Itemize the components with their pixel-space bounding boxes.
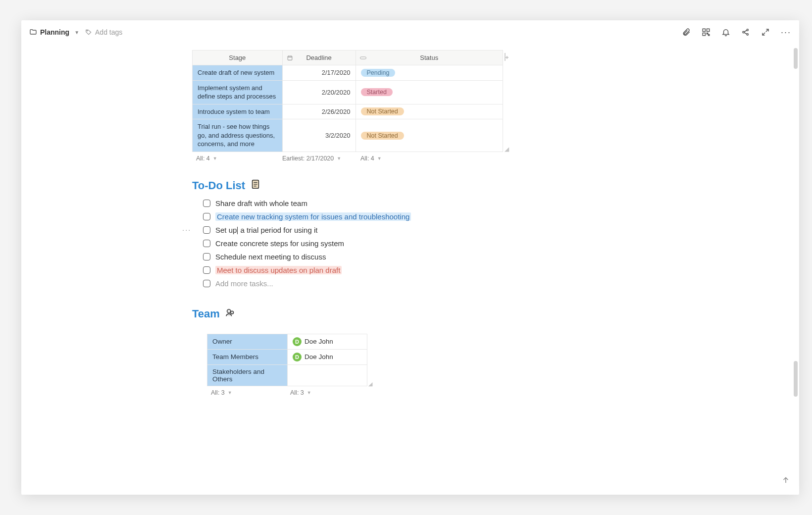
summary-deadline[interactable]: Earliest: 2/17/2020▼ — [282, 155, 355, 162]
table-resize-handle[interactable]: ◢ — [368, 381, 372, 387]
svg-rect-2 — [707, 29, 709, 31]
add-tags-button[interactable]: Add tags — [85, 28, 122, 36]
vertical-scrollbar[interactable] — [794, 44, 798, 482]
expand-icon[interactable] — [761, 28, 770, 37]
todo-text: Create new tracking system for issues an… — [215, 212, 411, 221]
todo-item[interactable]: Create new tracking system for issues an… — [203, 210, 702, 223]
member-name: Doe John — [304, 353, 333, 360]
stage-cell[interactable]: Trial run - see how things go, and addre… — [193, 119, 283, 152]
member-chip[interactable]: DDoe John — [293, 353, 362, 361]
status-cell[interactable]: Pending — [355, 65, 503, 81]
chevron-down-icon: ▼ — [213, 156, 217, 161]
calendar-icon — [287, 54, 293, 61]
table-row[interactable]: Trial run - see how things go, and addre… — [193, 119, 503, 152]
status-cell[interactable]: Not Started — [355, 119, 503, 152]
todo-text: Create concrete steps for using system — [215, 239, 344, 248]
qr-icon[interactable] — [702, 28, 710, 37]
checkbox[interactable] — [203, 213, 210, 220]
stage-cell[interactable]: Implement system and define steps and pr… — [193, 80, 283, 104]
team-row-value[interactable]: DDoe John — [288, 349, 367, 364]
svg-rect-16 — [360, 56, 366, 58]
todo-heading: To-Do List — [192, 179, 702, 193]
checkbox[interactable] — [203, 280, 210, 287]
team-row-label[interactable]: Stakeholders and Others — [207, 364, 288, 386]
text-caret — [237, 227, 238, 234]
breadcrumb[interactable]: Planning ▼ — [29, 28, 79, 36]
todo-text: Share draft with whole team — [215, 199, 307, 207]
todo-item[interactable]: Share draft with whole team — [203, 197, 702, 210]
svg-point-22 — [231, 311, 234, 314]
deadline-cell[interactable]: 3/2/2020 — [282, 119, 355, 152]
top-bar: Planning ▼ Add tags ··· — [21, 20, 799, 44]
team-row-value[interactable]: DDoe John — [288, 334, 367, 349]
row-drag-handle[interactable]: ··· — [182, 225, 192, 234]
stage-cell[interactable]: Create draft of new system — [193, 65, 283, 81]
document-sheet: Planning ▼ Add tags ··· — [21, 20, 799, 495]
col-header-deadline[interactable]: Deadline — [282, 51, 355, 65]
svg-point-21 — [227, 309, 230, 312]
add-todo-placeholder: Add more tasks... — [215, 279, 273, 288]
todo-item[interactable]: Meet to discuss updates on plan draft — [203, 263, 702, 277]
scroll-to-top-button[interactable] — [781, 475, 790, 486]
checkbox[interactable] — [203, 200, 210, 207]
add-tags-label: Add tags — [95, 28, 122, 36]
checkbox[interactable] — [203, 240, 210, 247]
todo-text: Set up a trial period for using it — [215, 226, 317, 235]
member-name: Doe John — [304, 338, 333, 345]
team-row-label[interactable]: Team Members — [207, 349, 288, 364]
col-header-stage[interactable]: Stage — [193, 51, 283, 65]
table-row[interactable]: OwnerDDoe John — [207, 334, 367, 349]
avatar: D — [293, 353, 302, 361]
todo-item[interactable]: ···Set up a trial period for using it — [203, 223, 702, 237]
stage-table-summaries: All: 4▼ Earliest: 2/17/2020▼ All: 4▼ — [192, 155, 702, 162]
deadline-cell[interactable]: 2/20/2020 — [282, 80, 355, 104]
add-todo-button[interactable]: Add more tasks... — [203, 277, 702, 290]
svg-point-8 — [747, 34, 748, 35]
summary-team-left[interactable]: All: 3▼ — [207, 389, 290, 396]
svg-rect-5 — [708, 35, 709, 36]
add-column-button[interactable] — [504, 52, 510, 63]
tag-icon — [85, 29, 92, 36]
summary-stage[interactable]: All: 4▼ — [192, 155, 282, 162]
table-resize-handle[interactable]: ◢ — [505, 146, 509, 153]
table-row[interactable]: Create draft of new system2/17/2020Pendi… — [193, 65, 503, 81]
chevron-down-icon: ▼ — [74, 30, 79, 35]
team-row-value[interactable] — [288, 364, 367, 386]
chevron-down-icon: ▼ — [307, 390, 311, 395]
scroll-icon — [250, 179, 261, 193]
checkbox[interactable] — [203, 226, 210, 234]
paperclip-icon[interactable] — [682, 28, 691, 37]
table-row[interactable]: Team MembersDDoe John — [207, 349, 367, 364]
team-row-label[interactable]: Owner — [207, 334, 288, 349]
table-row[interactable]: Implement system and define steps and pr… — [193, 80, 503, 104]
chevron-down-icon: ▼ — [377, 156, 382, 161]
share-icon[interactable] — [741, 28, 750, 37]
status-badge: Pending — [361, 69, 396, 77]
svg-rect-12 — [288, 56, 292, 60]
status-cell[interactable]: Started — [355, 80, 503, 104]
col-header-status[interactable]: Status — [355, 51, 503, 65]
summary-team-right[interactable]: All: 3▼ — [290, 389, 311, 396]
bell-icon[interactable] — [721, 28, 730, 37]
deadline-cell[interactable]: 2/26/2020 — [282, 104, 355, 119]
svg-point-0 — [87, 30, 88, 31]
member-chip[interactable]: DDoe John — [293, 337, 362, 346]
status-badge: Not Started — [361, 132, 404, 140]
team-table: OwnerDDoe JohnTeam MembersDDoe JohnStake… — [207, 334, 367, 386]
status-cell[interactable]: Not Started — [355, 104, 503, 119]
table-row[interactable]: Introduce system to team2/26/2020Not Sta… — [193, 104, 503, 119]
stage-cell[interactable]: Introduce system to team — [193, 104, 283, 119]
checkbox[interactable] — [203, 266, 210, 274]
table-row[interactable]: Stakeholders and Others — [207, 364, 367, 386]
todo-list: Share draft with whole teamCreate new tr… — [203, 197, 702, 290]
stage-table-header: Stage Deadline Status — [193, 51, 503, 65]
top-icons: ··· — [682, 28, 791, 37]
checkbox[interactable] — [203, 253, 210, 260]
svg-point-7 — [747, 29, 748, 31]
todo-item[interactable]: Create concrete steps for using system — [203, 237, 702, 250]
summary-status[interactable]: All: 4▼ — [355, 155, 382, 162]
todo-item[interactable]: Schedule next meeting to discuss — [203, 250, 702, 263]
chevron-down-icon: ▼ — [337, 156, 341, 161]
document-content: Stage Deadline Status — [192, 44, 702, 416]
deadline-cell[interactable]: 2/17/2020 — [282, 65, 355, 81]
